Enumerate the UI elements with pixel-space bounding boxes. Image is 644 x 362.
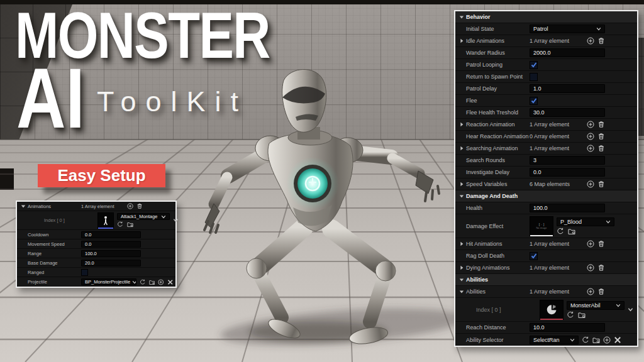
asset-thumbnail[interactable]: [ · ]No image — [530, 216, 553, 236]
value-input[interactable]: 100.0 — [81, 250, 141, 257]
triangle-down-icon[interactable] — [459, 289, 464, 294]
value-input[interactable]: 2000.0 — [530, 48, 605, 57]
browse-icon[interactable] — [127, 221, 133, 228]
array-count: 1 Array element — [530, 121, 584, 128]
chevron-down-icon[interactable] — [628, 307, 633, 312]
row-ability-selector: Ability SelectorSelectRan — [455, 334, 637, 346]
delete-icon[interactable] — [597, 240, 605, 248]
triangle-down-icon[interactable] — [459, 277, 464, 282]
chevron-down-icon[interactable] — [173, 217, 179, 223]
browse-icon[interactable] — [578, 311, 586, 319]
triangle-right-icon[interactable] — [459, 265, 464, 270]
label-cell: Investigate Delay — [459, 169, 530, 175]
checkbox[interactable] — [530, 61, 538, 69]
row-animations: Animations1 Array element — [17, 202, 175, 211]
property-label: Search Rounds — [466, 157, 505, 163]
delete-icon[interactable] — [597, 264, 605, 272]
add-icon[interactable] — [587, 240, 594, 248]
triangle-right-icon[interactable] — [459, 241, 464, 246]
array-count: 1 Array element — [530, 145, 584, 151]
label-cell: Flee Health Treshold — [459, 109, 530, 116]
chevron-down-icon — [606, 219, 611, 224]
use-selected-icon[interactable] — [582, 336, 589, 344]
value-cell: 6 Map elements — [530, 180, 635, 188]
add-icon[interactable] — [587, 180, 594, 188]
triangle-down-icon[interactable] — [459, 194, 464, 199]
row-abilities: Abilities — [455, 274, 637, 286]
delete-icon[interactable] — [597, 180, 605, 188]
triangle-right-icon[interactable] — [459, 38, 464, 43]
use-selected-icon[interactable] — [567, 311, 574, 319]
chevron-down-icon — [616, 303, 621, 308]
row-hear-reaction-animation: Hear Reaction Animation0 Array element — [455, 131, 637, 143]
checkbox[interactable] — [530, 97, 538, 105]
delete-icon[interactable] — [597, 37, 605, 45]
value-input[interactable]: 0.0 — [530, 168, 605, 177]
add-icon[interactable] — [587, 145, 594, 152]
add-icon[interactable] — [587, 121, 594, 128]
asset-name: BP_MonsterProjectile — [85, 279, 130, 285]
add-icon[interactable] — [587, 37, 594, 45]
browse-icon[interactable] — [568, 228, 575, 235]
add-icon[interactable] — [158, 279, 164, 285]
label-cell: Search Rounds — [459, 157, 530, 163]
use-selected-icon[interactable] — [557, 228, 564, 235]
label-cell: Animations — [21, 204, 81, 209]
clear-icon[interactable] — [167, 279, 174, 285]
asset-dropdown[interactable]: SelectRan — [530, 336, 579, 344]
label-cell: Patrol Looping — [459, 62, 530, 68]
triangle-down-icon[interactable] — [459, 14, 464, 19]
checkbox[interactable] — [530, 73, 538, 81]
browse-icon[interactable] — [592, 336, 600, 344]
value-input[interactable]: 1.0 — [530, 84, 605, 93]
checkbox[interactable] — [530, 252, 538, 260]
value-input[interactable]: 100.0 — [530, 204, 605, 212]
row-movement-speed: Movement Speed0.0 — [17, 239, 175, 249]
row-base-damage: Base Damage20.0 — [17, 258, 175, 268]
triangle-down-icon[interactable] — [21, 204, 26, 209]
value-cell: 1.0 — [530, 84, 635, 93]
use-selected-icon[interactable] — [117, 221, 123, 228]
value-cell — [530, 252, 635, 260]
chevron-down-icon — [132, 280, 136, 285]
property-label: Index [ 0 ] — [44, 217, 65, 223]
triangle-right-icon[interactable] — [459, 122, 464, 127]
property-label: Initial State — [466, 26, 494, 32]
property-label: Patrol Delay — [466, 85, 497, 92]
delete-icon[interactable] — [597, 133, 605, 140]
row-rag-doll-death: Rag Doll Death — [455, 250, 637, 262]
use-selected-icon[interactable] — [140, 279, 146, 285]
add-icon[interactable] — [127, 203, 133, 209]
triangle-right-icon[interactable] — [459, 146, 464, 151]
asset-dropdown[interactable]: P_Blood — [557, 217, 614, 226]
value-dropdown[interactable]: Patrol — [530, 25, 605, 33]
delete-icon[interactable] — [136, 203, 143, 209]
delete-icon[interactable] — [597, 145, 605, 152]
add-icon[interactable] — [587, 133, 594, 140]
value-cell: 0.0 — [81, 241, 173, 248]
delete-icon[interactable] — [597, 121, 605, 128]
title-subtitle: ToolKit — [97, 85, 248, 118]
delete-icon[interactable] — [597, 288, 605, 295]
property-label: Hear Reaction Animation — [466, 133, 529, 140]
add-icon[interactable] — [587, 264, 594, 272]
value-input[interactable]: 10.0 — [530, 323, 605, 332]
asset-thumbnail[interactable] — [540, 300, 564, 320]
asset-thumbnail[interactable] — [97, 212, 114, 229]
add-icon[interactable] — [603, 336, 611, 344]
value-input[interactable]: 0.0 — [81, 231, 141, 238]
array-count: 0 Array element — [530, 133, 584, 140]
asset-dropdown[interactable]: Attack1_Montage — [117, 213, 170, 220]
clear-icon[interactable] — [614, 336, 621, 344]
triangle-right-icon[interactable] — [459, 182, 464, 187]
value-input[interactable]: 20.0 — [81, 260, 141, 266]
value-input[interactable]: 3 — [530, 156, 605, 165]
add-icon[interactable] — [587, 288, 594, 295]
label-cell: Range — [21, 251, 81, 256]
asset-dropdown[interactable]: MonsterAbil — [567, 301, 625, 310]
checkbox[interactable] — [81, 269, 88, 276]
value-input[interactable]: 0.0 — [81, 241, 141, 248]
value-input[interactable]: 30.0 — [530, 108, 605, 117]
asset-dropdown[interactable]: BP_MonsterProjectile — [81, 278, 136, 285]
browse-icon[interactable] — [149, 279, 155, 285]
